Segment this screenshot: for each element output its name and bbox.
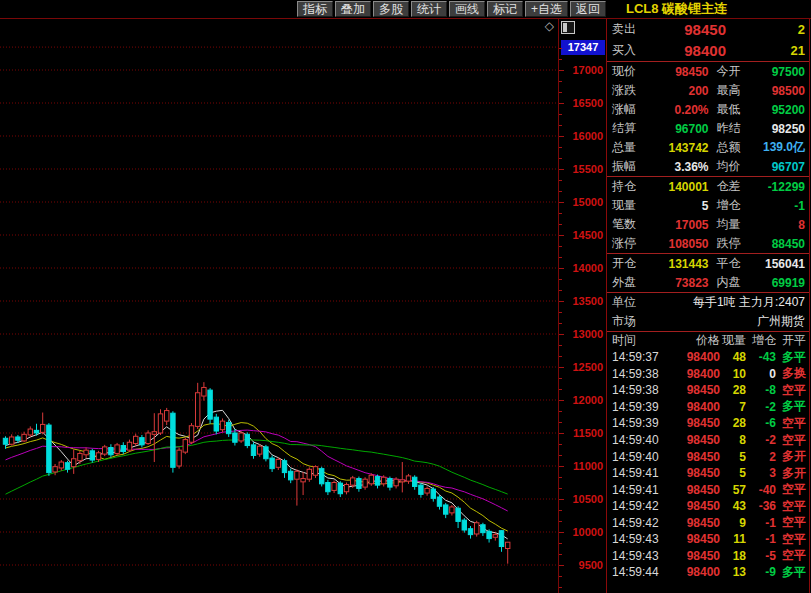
candle-body	[251, 445, 255, 456]
quote-label: 平仓	[709, 255, 755, 272]
axis-tick-mark	[559, 312, 562, 313]
candle-body	[16, 437, 20, 440]
toolbar-button-画线[interactable]: 画线	[449, 1, 485, 17]
tick-header-cell: 增仓	[746, 332, 776, 349]
toolbar-button-+自选[interactable]: +自选	[525, 1, 568, 17]
quote-value: 0.20%	[658, 103, 709, 117]
candle-body	[276, 459, 280, 467]
diamond-marker-icon[interactable]: ◇	[545, 20, 554, 32]
toolbar-button-标记[interactable]: 标记	[487, 1, 523, 17]
quote-label: 最高	[709, 82, 755, 99]
candle-body	[171, 413, 175, 467]
candle-body	[431, 489, 435, 498]
ma-line-10	[6, 423, 508, 531]
axis-price-label: 13000	[563, 328, 603, 340]
axis-price-label: 13500	[563, 295, 603, 307]
toolbar-button-叠加[interactable]: 叠加	[335, 1, 371, 17]
order-book-label: 卖出	[612, 21, 654, 38]
toolbar-button-指标[interactable]: 指标	[297, 1, 333, 17]
candle-body	[146, 433, 150, 444]
toolbar-button-返回[interactable]: 返回	[570, 1, 606, 17]
candle-body	[127, 442, 131, 450]
tick-row: 14:59:419845057-40空平	[607, 481, 809, 498]
candle-body	[22, 434, 26, 441]
quote-value: 140001	[658, 180, 709, 194]
candle-body	[468, 529, 472, 535]
axis-tick-mark	[559, 202, 564, 203]
tick-position-change: 2	[746, 450, 776, 464]
candle-body	[214, 417, 218, 431]
axis-price-label: 16000	[563, 130, 603, 142]
tick-position-change: -6	[746, 416, 776, 430]
candle-body	[78, 453, 82, 460]
axis-tick-mark	[559, 587, 562, 588]
axis-tick-mark	[559, 532, 564, 533]
quote-label: 持仓	[612, 178, 658, 195]
axis-tick-mark	[559, 81, 562, 82]
quote-row: 总量143742总额139.0亿	[607, 138, 809, 157]
quote-value: 143742	[658, 141, 709, 155]
quote-label: 最低	[709, 101, 755, 118]
trading-terminal: 指标叠加多股统计画线标记+自选返回 LCL8 碳酸锂主连 ◇ 17347 170…	[0, 0, 811, 593]
order-book-qty: 21	[726, 43, 805, 58]
tick-volume: 28	[720, 416, 746, 430]
order-book-row[interactable]: 卖出984502	[607, 19, 809, 40]
tick-time: 14:59:42	[612, 499, 668, 513]
quote-value: 8	[755, 218, 806, 232]
candle-body	[344, 484, 348, 491]
contract-info-row: 单位每手1吨 主力月:2407	[607, 293, 809, 312]
tick-position-change: -1	[746, 516, 776, 530]
tick-row: 14:59:449840013-9多平	[607, 564, 809, 581]
kline-chart[interactable]: ◇	[0, 19, 558, 592]
order-book-price: 98400	[654, 42, 726, 59]
candle-body	[313, 467, 317, 476]
candle-body	[3, 438, 7, 444]
main-area: ◇ 17347 17000165001600015500150001450014…	[0, 19, 811, 593]
tick-open-close-flag: 多平	[776, 349, 806, 366]
tick-time: 14:59:37	[612, 350, 668, 364]
tick-row: 14:59:379840048-43多平	[607, 349, 809, 366]
toolbar-button-多股[interactable]: 多股	[373, 1, 409, 17]
quote-row: 现价98450今开97500	[607, 62, 809, 81]
candlestick-canvas[interactable]	[0, 19, 558, 592]
tick-time: 14:59:39	[612, 400, 668, 414]
quote-label: 均价	[709, 158, 755, 175]
quote-label: 现量	[612, 197, 658, 214]
axis-tick-mark	[559, 334, 564, 335]
candle-body	[307, 469, 311, 479]
axis-tick-mark	[559, 213, 562, 214]
toolbar-button-统计[interactable]: 统计	[411, 1, 447, 17]
tick-volume: 5	[720, 466, 746, 480]
tick-price: 98450	[668, 433, 720, 447]
axis-tick-mark	[559, 378, 562, 379]
candle-body	[10, 437, 14, 444]
ma-line-5	[6, 410, 508, 539]
price-axis: 17347 1700016500160001550015000145001400…	[558, 19, 607, 593]
tick-volume: 10	[720, 367, 746, 381]
candle-body	[152, 432, 156, 435]
order-book-row[interactable]: 买入9840021	[607, 40, 809, 61]
tick-open-close-flag: 多换	[776, 365, 806, 382]
quote-row: 开仓131443平仓156041	[607, 254, 809, 273]
axis-tick-mark	[559, 191, 562, 192]
axis-price-label: 9500	[563, 559, 603, 571]
tick-row: 14:59:39984007-2多平	[607, 399, 809, 416]
tick-row: 14:59:399845028-6空平	[607, 415, 809, 432]
tick-table: 14:59:379840048-43多平14:59:3898400100多换14…	[607, 349, 809, 593]
quote-row: 涨跌200最高98500	[607, 81, 809, 100]
tick-time: 14:59:38	[612, 383, 668, 397]
quote-row: 涨停108050跌停88450	[607, 234, 809, 253]
tick-time: 14:59:39	[612, 416, 668, 430]
tick-open-close-flag: 多平	[776, 398, 806, 415]
candle-body	[493, 535, 497, 538]
candle-body	[301, 479, 305, 482]
tick-volume: 18	[720, 549, 746, 563]
tick-price: 98450	[668, 516, 720, 530]
quote-value: 108050	[658, 237, 709, 251]
split-window-icon[interactable]	[561, 21, 575, 34]
candle-body	[264, 447, 268, 459]
tick-volume: 13	[720, 565, 746, 579]
tick-position-change: -36	[746, 499, 776, 513]
axis-tick-mark	[559, 499, 564, 500]
tick-open-close-flag: 空平	[776, 382, 806, 399]
